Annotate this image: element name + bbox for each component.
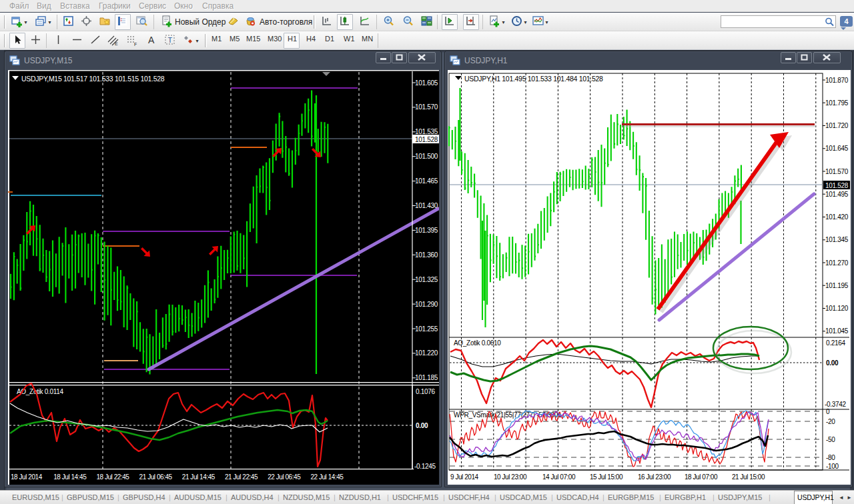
- svg-text:9 Jul 2014: 9 Jul 2014: [450, 473, 479, 481]
- svg-text:101.045: 101.045: [825, 327, 849, 335]
- svg-text:14 Jul 07:00: 14 Jul 07:00: [542, 473, 576, 481]
- svg-text:-50: -50: [826, 436, 835, 443]
- svg-text:0.1076: 0.1076: [416, 388, 436, 395]
- svg-text:-0.1245: -0.1245: [414, 463, 436, 470]
- svg-text:21 Jul 14:45: 21 Jul 14:45: [182, 473, 216, 481]
- svg-text:101.870: 101.870: [825, 77, 849, 84]
- svg-text:101.720: 101.720: [825, 122, 849, 129]
- svg-text:101.528: 101.528: [825, 182, 849, 189]
- svg-text:101.465: 101.465: [415, 177, 438, 185]
- svg-text:18 Jul 2014: 18 Jul 2014: [11, 473, 43, 481]
- svg-text:E: E: [115, 41, 118, 46]
- svg-text:A: A: [148, 35, 155, 45]
- svg-text:F: F: [134, 42, 137, 47]
- svg-text:16 Jul 23:00: 16 Jul 23:00: [638, 473, 671, 481]
- svg-text:101.360: 101.360: [415, 251, 438, 259]
- svg-text:-20: -20: [826, 418, 835, 425]
- svg-text:-0.3742: -0.3742: [825, 401, 847, 408]
- svg-text:22 Jul 14:45: 22 Jul 14:45: [310, 473, 344, 481]
- svg-text:101.290: 101.290: [415, 301, 438, 308]
- svg-text:AO_Zotik 0.0610: AO_Zotik 0.0610: [454, 339, 501, 347]
- svg-text:101.420: 101.420: [825, 213, 849, 221]
- svg-text:101.270: 101.270: [825, 259, 849, 267]
- svg-text:10 Jul 23:00: 10 Jul 23:00: [494, 473, 527, 481]
- svg-text:USDJPY,H1 101.495 101.533 101: USDJPY,H1 101.495 101.533 101.484 101.52…: [464, 75, 603, 83]
- svg-text:18 Jul 14:45: 18 Jul 14:45: [53, 473, 87, 481]
- svg-text:101.120: 101.120: [825, 305, 849, 312]
- svg-text:101.500: 101.500: [415, 153, 438, 160]
- svg-text:22 Jul 06:45: 22 Jul 06:45: [268, 473, 301, 481]
- svg-text:T: T: [168, 36, 173, 44]
- svg-text:101.570: 101.570: [415, 103, 438, 111]
- svg-text:101.255: 101.255: [415, 325, 438, 333]
- svg-text:0: 0: [826, 408, 830, 415]
- svg-text:21 Jul 06:45: 21 Jul 06:45: [139, 473, 173, 481]
- svg-text:21 Jul 22:45: 21 Jul 22:45: [225, 473, 258, 481]
- svg-text:21 Jul 15:00: 21 Jul 15:00: [732, 473, 765, 481]
- svg-text:101.220: 101.220: [415, 349, 438, 357]
- svg-text:101.195: 101.195: [825, 282, 849, 289]
- svg-text:101.430: 101.430: [415, 202, 438, 209]
- svg-text:101.395: 101.395: [415, 227, 438, 234]
- svg-text:0.00: 0.00: [416, 422, 428, 429]
- svg-text:101.325: 101.325: [415, 276, 438, 283]
- svg-text:0.2164: 0.2164: [826, 339, 846, 347]
- svg-text:101.495: 101.495: [825, 191, 849, 198]
- svg-text:101.645: 101.645: [825, 145, 849, 152]
- svg-text:101.570: 101.570: [825, 168, 849, 175]
- svg-text:101.528: 101.528: [415, 136, 438, 143]
- svg-text:101.345: 101.345: [825, 236, 849, 243]
- svg-text:-80: -80: [826, 454, 835, 461]
- svg-text:0.00: 0.00: [826, 359, 839, 367]
- svg-text:USDJPY,M15 101.517 101.533 10: USDJPY,M15 101.517 101.533 101.515 101.5…: [21, 75, 165, 83]
- svg-text:18 Jul 22:45: 18 Jul 22:45: [96, 473, 129, 481]
- svg-text:101.795: 101.795: [825, 99, 849, 107]
- svg-text:101.535: 101.535: [415, 128, 438, 135]
- svg-text:101.605: 101.605: [415, 79, 438, 87]
- svg-text:15 Jul 15:00: 15 Jul 15:00: [590, 473, 623, 481]
- svg-text:101.185: 101.185: [415, 374, 438, 381]
- svg-text:18 Jul 07:00: 18 Jul 07:00: [685, 473, 718, 481]
- svg-text:-100: -100: [826, 463, 839, 470]
